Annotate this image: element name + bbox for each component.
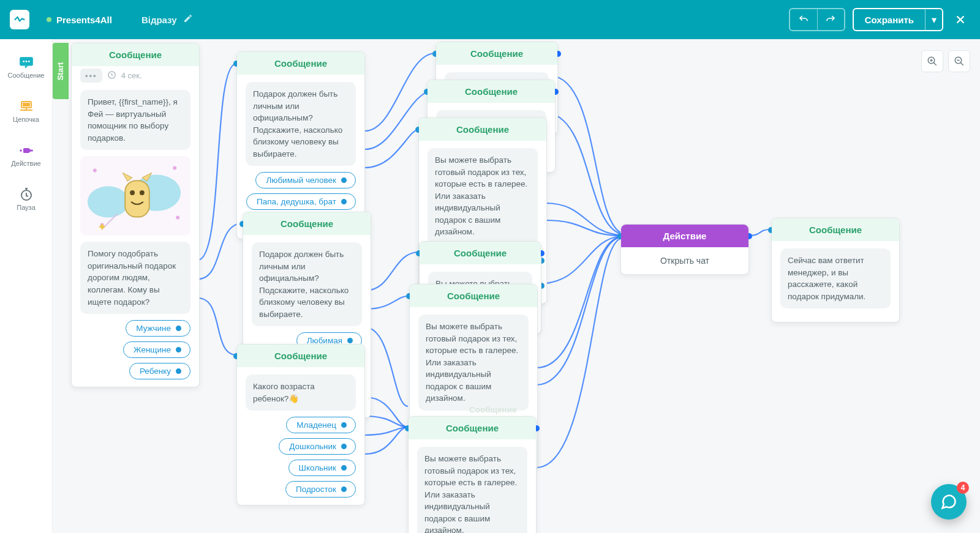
option-chip[interactable]: Младенец <box>286 417 356 433</box>
faded-title: Сообщение <box>469 405 516 414</box>
sidebar-item-action[interactable]: Действие <box>6 136 46 175</box>
message-text: Сейчас вам ответит менеджер, и вы расска… <box>780 248 891 308</box>
node-header: Сообщение <box>420 242 541 264</box>
node-header: Сообщение <box>409 417 536 439</box>
option-chip[interactable]: Женщине <box>123 341 190 358</box>
message-text: Вы можете выбрать готовый подарок из тех… <box>418 315 529 411</box>
node-header: Сообщение <box>237 52 364 75</box>
app-name[interactable]: Presents4All <box>56 15 112 25</box>
svg-point-1 <box>23 61 24 62</box>
node-message[interactable]: Сообщение Вы можете выбрать готовый пода… <box>408 416 537 533</box>
node-message-final[interactable]: Сообщение Сейчас вам ответит менеджер, и… <box>771 218 900 322</box>
svg-point-18 <box>93 169 97 173</box>
svg-point-2 <box>25 61 27 62</box>
svg-line-28 <box>960 62 963 65</box>
topbar: Presents4All Відразу Сохранить ▾ <box>0 0 980 39</box>
svg-line-24 <box>933 62 937 65</box>
sidebar-label: Цепочка <box>13 116 39 123</box>
message-image <box>80 156 190 236</box>
pause-icon <box>18 188 35 201</box>
message-text: Подарок должен быть личным или официальн… <box>246 82 356 166</box>
option-chip[interactable]: Ребенку <box>129 363 190 379</box>
undo-button[interactable] <box>790 9 817 30</box>
sidebar-item-message[interactable]: Сообщение <box>6 48 46 87</box>
sidebar-label: Сообщение <box>8 72 45 79</box>
sidebar-item-chain[interactable]: Цепочка <box>6 92 46 131</box>
node-action[interactable]: Действие Открыть чат <box>620 224 749 275</box>
delay-value: 4 сек. <box>121 71 142 80</box>
node-message-start[interactable]: Сообщение ••• 4 сек. Привет, {{first_nam… <box>71 43 200 387</box>
sidebar-label: Пауза <box>17 204 36 211</box>
zoom-controls <box>921 50 970 72</box>
save-caret[interactable]: ▾ <box>925 9 942 30</box>
node-header: Сообщение <box>72 43 199 66</box>
zoom-in-button[interactable] <box>921 50 943 72</box>
node-header: Сообщение <box>237 345 364 367</box>
edit-icon[interactable] <box>183 13 193 26</box>
canvas[interactable]: Сообщение ••• 4 сек. Привет, {{first_nam… <box>53 39 980 533</box>
message-text: Какого возраста ребенок?👋 <box>246 375 356 411</box>
option-chip[interactable]: Папа, дедушка, брат <box>246 193 356 210</box>
flow-name[interactable]: Відразу <box>141 15 177 25</box>
message-text: Помогу подобрать оригинальный подарок до… <box>80 242 190 314</box>
svg-rect-5 <box>23 103 30 106</box>
svg-point-21 <box>176 216 179 220</box>
sidebar-item-pause[interactable]: Пауза <box>6 180 46 219</box>
redo-button[interactable] <box>817 9 844 30</box>
node-header: Сообщение <box>410 285 537 307</box>
clock-icon <box>107 70 116 81</box>
status-dot <box>47 17 51 22</box>
message-text: Вы можете выбрать готовый подарок из тех… <box>417 447 527 533</box>
option-chip[interactable]: Школьник <box>288 460 356 476</box>
message-text: Привет, {{first_name}}, я Фей — виртуаль… <box>80 90 190 150</box>
svg-point-3 <box>28 61 29 62</box>
save-group: Сохранить ▾ <box>853 8 943 31</box>
node-header: Сообщение <box>419 118 546 141</box>
more-icon[interactable]: ••• <box>80 69 102 83</box>
option-chip[interactable]: Дошкольник <box>279 438 356 455</box>
save-button[interactable]: Сохранить <box>854 9 925 30</box>
message-text: Подарок должен быть личным или официальн… <box>252 242 362 326</box>
node-header: Сообщение <box>436 42 557 65</box>
option-chip[interactable]: Любимый человек <box>255 172 356 188</box>
zoom-out-button[interactable] <box>948 50 970 72</box>
option-chip[interactable]: Подросток <box>285 481 356 498</box>
message-text: Вы можете выбрать готовый подарок из тех… <box>428 148 538 244</box>
node-header: Действие <box>621 225 748 247</box>
svg-point-17 <box>140 190 145 195</box>
svg-point-9 <box>20 149 22 152</box>
message-icon <box>18 56 35 69</box>
svg-point-14 <box>88 186 129 217</box>
logo[interactable] <box>10 10 29 29</box>
chat-badge: 4 <box>957 482 969 494</box>
node-header: Сообщение <box>428 80 555 103</box>
chain-icon <box>18 100 35 113</box>
chat-fab[interactable]: 4 <box>931 484 967 520</box>
svg-point-19 <box>173 166 176 170</box>
node-header: Сообщение <box>772 218 899 241</box>
action-text: Открыть чат <box>660 256 709 266</box>
node-header: Сообщение <box>243 212 371 235</box>
node-message[interactable]: Сообщение Какого возраста ребенок?👋 Млад… <box>236 344 365 505</box>
action-icon <box>18 144 35 157</box>
sidebar-label: Действие <box>11 160 40 167</box>
undo-redo-group <box>789 8 845 31</box>
svg-rect-15 <box>125 181 149 217</box>
svg-point-16 <box>130 190 135 195</box>
option-chip[interactable]: Мужчине <box>126 320 190 337</box>
close-icon[interactable] <box>951 10 970 29</box>
sidebar: Сообщение Цепочка Действие Пауза <box>0 39 53 533</box>
svg-rect-8 <box>23 148 29 153</box>
